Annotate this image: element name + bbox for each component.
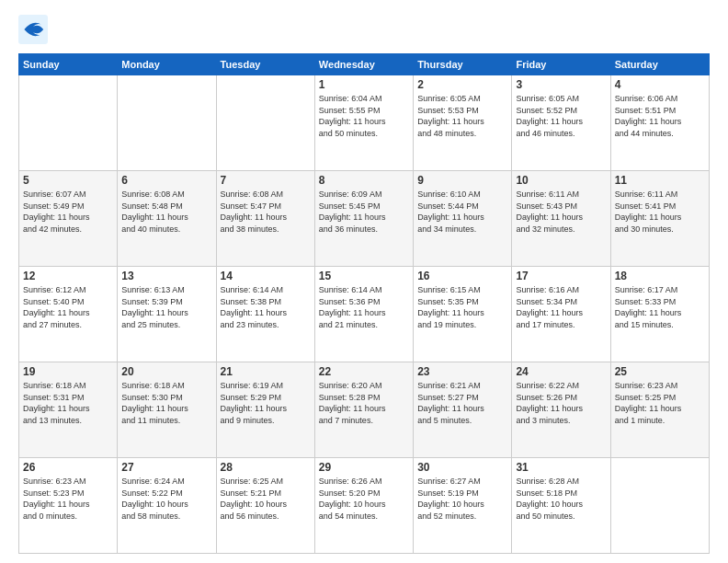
day-info: Sunrise: 6:05 AM Sunset: 5:52 PM Dayligh… [516, 93, 606, 139]
day-info: Sunrise: 6:17 AM Sunset: 5:33 PM Dayligh… [615, 284, 705, 330]
day-cell-19: 19Sunrise: 6:18 AM Sunset: 5:31 PM Dayli… [19, 362, 118, 458]
day-info: Sunrise: 6:11 AM Sunset: 5:41 PM Dayligh… [615, 189, 705, 235]
day-number: 19 [23, 365, 113, 378]
day-number: 21 [221, 365, 311, 378]
day-cell-22: 22Sunrise: 6:20 AM Sunset: 5:28 PM Dayli… [314, 362, 413, 458]
page: SundayMondayTuesdayWednesdayThursdayFrid… [0, 0, 728, 563]
day-info: Sunrise: 6:11 AM Sunset: 5:43 PM Dayligh… [516, 189, 606, 235]
day-number: 14 [221, 270, 311, 282]
day-cell-31: 31Sunrise: 6:28 AM Sunset: 5:18 PM Dayli… [512, 458, 610, 554]
day-info: Sunrise: 6:20 AM Sunset: 5:28 PM Dayligh… [319, 380, 409, 426]
day-number: 9 [417, 174, 507, 187]
day-cell-26: 26Sunrise: 6:23 AM Sunset: 5:23 PM Dayli… [19, 458, 118, 554]
day-number: 31 [516, 461, 606, 474]
day-number: 26 [23, 461, 113, 474]
day-info: Sunrise: 6:18 AM Sunset: 5:31 PM Dayligh… [23, 380, 113, 426]
day-info: Sunrise: 6:15 AM Sunset: 5:35 PM Dayligh… [417, 284, 507, 330]
week-row-3: 19Sunrise: 6:18 AM Sunset: 5:31 PM Dayli… [19, 362, 710, 458]
empty-cell [19, 75, 118, 171]
day-info: Sunrise: 6:19 AM Sunset: 5:29 PM Dayligh… [221, 380, 311, 426]
day-cell-11: 11Sunrise: 6:11 AM Sunset: 5:41 PM Dayli… [610, 171, 709, 267]
col-header-wednesday: Wednesday [314, 54, 413, 75]
col-header-thursday: Thursday [414, 54, 512, 75]
day-number: 28 [221, 461, 311, 474]
day-info: Sunrise: 6:14 AM Sunset: 5:36 PM Dayligh… [319, 284, 409, 330]
empty-cell [216, 75, 314, 171]
week-row-0: 1Sunrise: 6:04 AM Sunset: 5:55 PM Daylig… [19, 75, 710, 171]
day-number: 3 [516, 78, 606, 91]
day-number: 10 [516, 174, 606, 187]
col-header-saturday: Saturday [610, 54, 709, 75]
week-row-2: 12Sunrise: 6:12 AM Sunset: 5:40 PM Dayli… [19, 267, 710, 362]
day-number: 1 [319, 78, 409, 91]
day-number: 23 [417, 365, 507, 378]
day-info: Sunrise: 6:28 AM Sunset: 5:18 PM Dayligh… [516, 476, 606, 522]
day-cell-5: 5Sunrise: 6:07 AM Sunset: 5:49 PM Daylig… [19, 171, 118, 267]
day-cell-6: 6Sunrise: 6:08 AM Sunset: 5:48 PM Daylig… [118, 171, 216, 267]
day-number: 11 [615, 174, 705, 187]
day-info: Sunrise: 6:14 AM Sunset: 5:38 PM Dayligh… [221, 284, 311, 330]
day-info: Sunrise: 6:08 AM Sunset: 5:47 PM Dayligh… [221, 189, 311, 235]
day-info: Sunrise: 6:05 AM Sunset: 5:53 PM Dayligh… [417, 93, 507, 139]
day-info: Sunrise: 6:09 AM Sunset: 5:45 PM Dayligh… [319, 189, 409, 235]
day-info: Sunrise: 6:26 AM Sunset: 5:20 PM Dayligh… [319, 476, 409, 522]
day-info: Sunrise: 6:16 AM Sunset: 5:34 PM Dayligh… [516, 284, 606, 330]
day-cell-15: 15Sunrise: 6:14 AM Sunset: 5:36 PM Dayli… [314, 267, 413, 362]
day-info: Sunrise: 6:27 AM Sunset: 5:19 PM Dayligh… [417, 476, 507, 522]
day-info: Sunrise: 6:23 AM Sunset: 5:25 PM Dayligh… [615, 380, 705, 426]
day-cell-12: 12Sunrise: 6:12 AM Sunset: 5:40 PM Dayli… [19, 267, 118, 362]
day-cell-7: 7Sunrise: 6:08 AM Sunset: 5:47 PM Daylig… [216, 171, 314, 267]
day-number: 27 [121, 461, 211, 474]
day-cell-30: 30Sunrise: 6:27 AM Sunset: 5:19 PM Dayli… [414, 458, 512, 554]
empty-cell [610, 458, 709, 554]
day-info: Sunrise: 6:12 AM Sunset: 5:40 PM Dayligh… [23, 284, 113, 330]
header [18, 15, 710, 44]
day-cell-10: 10Sunrise: 6:11 AM Sunset: 5:43 PM Dayli… [512, 171, 610, 267]
day-number: 7 [221, 174, 311, 187]
col-header-tuesday: Tuesday [216, 54, 314, 75]
day-cell-20: 20Sunrise: 6:18 AM Sunset: 5:30 PM Dayli… [118, 362, 216, 458]
day-cell-4: 4Sunrise: 6:06 AM Sunset: 5:51 PM Daylig… [610, 75, 709, 171]
day-number: 25 [615, 365, 705, 378]
header-row: SundayMondayTuesdayWednesdayThursdayFrid… [19, 54, 710, 75]
logo-icon [18, 15, 48, 44]
day-cell-9: 9Sunrise: 6:10 AM Sunset: 5:44 PM Daylig… [414, 171, 512, 267]
day-number: 2 [417, 78, 507, 91]
day-cell-17: 17Sunrise: 6:16 AM Sunset: 5:34 PM Dayli… [512, 267, 610, 362]
day-info: Sunrise: 6:10 AM Sunset: 5:44 PM Dayligh… [417, 189, 507, 235]
day-cell-2: 2Sunrise: 6:05 AM Sunset: 5:53 PM Daylig… [414, 75, 512, 171]
day-cell-23: 23Sunrise: 6:21 AM Sunset: 5:27 PM Dayli… [414, 362, 512, 458]
day-info: Sunrise: 6:08 AM Sunset: 5:48 PM Dayligh… [121, 189, 211, 235]
day-cell-25: 25Sunrise: 6:23 AM Sunset: 5:25 PM Dayli… [610, 362, 709, 458]
day-cell-28: 28Sunrise: 6:25 AM Sunset: 5:21 PM Dayli… [216, 458, 314, 554]
day-number: 6 [121, 174, 211, 187]
day-number: 22 [319, 365, 409, 378]
day-number: 8 [319, 174, 409, 187]
day-cell-3: 3Sunrise: 6:05 AM Sunset: 5:52 PM Daylig… [512, 75, 610, 171]
day-info: Sunrise: 6:04 AM Sunset: 5:55 PM Dayligh… [319, 93, 409, 139]
day-cell-24: 24Sunrise: 6:22 AM Sunset: 5:26 PM Dayli… [512, 362, 610, 458]
day-info: Sunrise: 6:22 AM Sunset: 5:26 PM Dayligh… [516, 380, 606, 426]
col-header-monday: Monday [118, 54, 216, 75]
day-cell-13: 13Sunrise: 6:13 AM Sunset: 5:39 PM Dayli… [118, 267, 216, 362]
day-cell-21: 21Sunrise: 6:19 AM Sunset: 5:29 PM Dayli… [216, 362, 314, 458]
day-cell-8: 8Sunrise: 6:09 AM Sunset: 5:45 PM Daylig… [314, 171, 413, 267]
day-info: Sunrise: 6:24 AM Sunset: 5:22 PM Dayligh… [121, 476, 211, 522]
day-number: 13 [121, 270, 211, 282]
calendar-table: SundayMondayTuesdayWednesdayThursdayFrid… [18, 53, 710, 554]
day-info: Sunrise: 6:18 AM Sunset: 5:30 PM Dayligh… [121, 380, 211, 426]
day-info: Sunrise: 6:25 AM Sunset: 5:21 PM Dayligh… [221, 476, 311, 522]
day-info: Sunrise: 6:21 AM Sunset: 5:27 PM Dayligh… [417, 380, 507, 426]
day-number: 5 [23, 174, 113, 187]
day-number: 4 [615, 78, 705, 91]
day-number: 17 [516, 270, 606, 282]
day-info: Sunrise: 6:06 AM Sunset: 5:51 PM Dayligh… [615, 93, 705, 139]
week-row-4: 26Sunrise: 6:23 AM Sunset: 5:23 PM Dayli… [19, 458, 710, 554]
day-number: 16 [417, 270, 507, 282]
day-number: 30 [417, 461, 507, 474]
day-info: Sunrise: 6:13 AM Sunset: 5:39 PM Dayligh… [121, 284, 211, 330]
day-number: 15 [319, 270, 409, 282]
day-info: Sunrise: 6:07 AM Sunset: 5:49 PM Dayligh… [23, 189, 113, 235]
logo [18, 15, 51, 44]
day-cell-27: 27Sunrise: 6:24 AM Sunset: 5:22 PM Dayli… [118, 458, 216, 554]
